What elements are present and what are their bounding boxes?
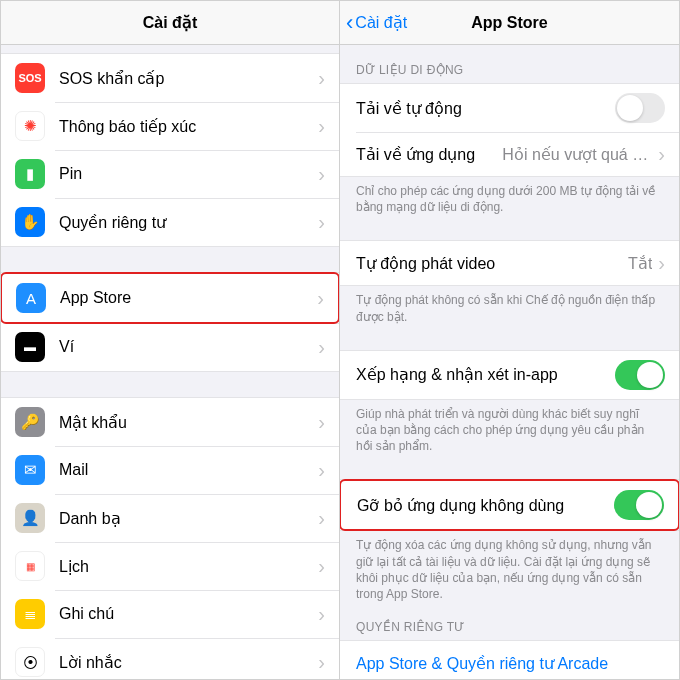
label: Pin bbox=[59, 165, 318, 183]
row-sos[interactable]: SOSSOS khẩn cấp› bbox=[1, 54, 339, 102]
rem-icon: ⦿ bbox=[15, 647, 45, 677]
label: Ghi chú bbox=[59, 605, 318, 623]
row-video-autoplay[interactable]: Tự động phát video Tắt › bbox=[340, 241, 679, 285]
toggle-inapp[interactable] bbox=[615, 360, 665, 390]
label: SOS khẩn cấp bbox=[59, 69, 318, 88]
label: Thông báo tiếp xúc bbox=[59, 117, 318, 136]
cal-icon: ▦ bbox=[15, 551, 45, 581]
chevron-right-icon: › bbox=[318, 163, 325, 186]
row-wallet[interactable]: ▬Ví› bbox=[1, 323, 339, 371]
mail-icon: ✉ bbox=[15, 455, 45, 485]
row-calendar[interactable]: ▦Lịch› bbox=[1, 542, 339, 590]
chevron-right-icon: › bbox=[317, 287, 324, 310]
row-reminders[interactable]: ⦿Lời nhắc› bbox=[1, 638, 339, 679]
exp-icon: ✺ bbox=[15, 111, 45, 141]
section-header-privacy: QUYỀN RIÊNG TƯ bbox=[340, 602, 679, 640]
row-battery[interactable]: ▮Pin› bbox=[1, 150, 339, 198]
as-icon: A bbox=[16, 283, 46, 313]
footer-offload: Tự động xóa các ứng dụng không sử dụng, … bbox=[340, 531, 679, 602]
chevron-right-icon: › bbox=[318, 211, 325, 234]
row-app-store[interactable]: AApp Store› bbox=[1, 272, 339, 324]
label: Xếp hạng & nhận xét in-app bbox=[356, 365, 615, 384]
chevron-left-icon: ‹ bbox=[346, 12, 353, 34]
row-inapp-ratings[interactable]: Xếp hạng & nhận xét in-app bbox=[340, 351, 679, 399]
label: Tải về tự động bbox=[356, 99, 615, 118]
priv-icon: ✋ bbox=[15, 207, 45, 237]
label: Lời nhắc bbox=[59, 653, 318, 672]
chevron-right-icon: › bbox=[318, 507, 325, 530]
page-title: Cài đặt bbox=[143, 13, 197, 32]
notes-icon: ≣ bbox=[15, 599, 45, 629]
label: Mật khẩu bbox=[59, 413, 318, 432]
section-header-cellular: DỮ LIỆU DI ĐỘNG bbox=[340, 45, 679, 83]
pin-icon: ▮ bbox=[15, 159, 45, 189]
value: Hỏi nếu vượt quá 200... bbox=[502, 145, 652, 164]
row-exposure[interactable]: ✺Thông báo tiếp xúc› bbox=[1, 102, 339, 150]
toggle-auto-download[interactable] bbox=[615, 93, 665, 123]
chevron-right-icon: › bbox=[318, 555, 325, 578]
label: Gỡ bỏ ứng dụng không dùng bbox=[357, 496, 614, 515]
label: Tải về ứng dụng bbox=[356, 145, 502, 164]
sos-icon: SOS bbox=[15, 63, 45, 93]
chevron-right-icon: › bbox=[318, 67, 325, 90]
app-store-settings: DỮ LIỆU DI ĐỘNG Tải về tự động Tải về ứn… bbox=[340, 45, 679, 679]
row-auto-download[interactable]: Tải về tự động bbox=[340, 84, 679, 132]
label: Danh bạ bbox=[59, 509, 318, 528]
chevron-right-icon: › bbox=[318, 603, 325, 626]
chevron-right-icon: › bbox=[318, 411, 325, 434]
label: App Store bbox=[60, 289, 317, 307]
toggle-offload[interactable] bbox=[614, 490, 664, 520]
app-store-pane: ‹ Cài đặt App Store DỮ LIỆU DI ĐỘNG Tải … bbox=[340, 0, 680, 680]
row-passwords[interactable]: 🔑Mật khẩu› bbox=[1, 398, 339, 446]
settings-list: SOSSOS khẩn cấp›✺Thông báo tiếp xúc›▮Pin… bbox=[1, 45, 339, 679]
label: Ví bbox=[59, 338, 318, 356]
row-app-downloads[interactable]: Tải về ứng dụng Hỏi nếu vượt quá 200... … bbox=[340, 132, 679, 176]
footer-cellular: Chỉ cho phép các ứng dụng dưới 200 MB tự… bbox=[340, 177, 679, 215]
chevron-right-icon: › bbox=[318, 459, 325, 482]
row-mail[interactable]: ✉Mail› bbox=[1, 446, 339, 494]
page-title: App Store bbox=[471, 14, 547, 32]
row-privacy-arcade[interactable]: App Store & Quyền riêng tư Arcade bbox=[340, 641, 679, 679]
chevron-right-icon: › bbox=[318, 651, 325, 674]
chevron-right-icon: › bbox=[318, 336, 325, 359]
label: Tự động phát video bbox=[356, 254, 628, 273]
back-label: Cài đặt bbox=[355, 13, 407, 32]
link-label: App Store & Quyền riêng tư Arcade bbox=[356, 654, 665, 673]
footer-inapp: Giúp nhà phát triển và người dùng khác b… bbox=[340, 400, 679, 455]
cont-icon: 👤 bbox=[15, 503, 45, 533]
label: Mail bbox=[59, 461, 318, 479]
label: Quyền riêng tư bbox=[59, 213, 318, 232]
navbar-right: ‹ Cài đặt App Store bbox=[340, 1, 679, 45]
navbar-left: Cài đặt bbox=[1, 1, 339, 45]
wallet-icon: ▬ bbox=[15, 332, 45, 362]
back-button[interactable]: ‹ Cài đặt bbox=[346, 12, 407, 34]
row-contacts[interactable]: 👤Danh bạ› bbox=[1, 494, 339, 542]
value: Tắt bbox=[628, 254, 652, 273]
chevron-right-icon: › bbox=[658, 252, 665, 275]
settings-pane: Cài đặt SOSSOS khẩn cấp›✺Thông báo tiếp … bbox=[0, 0, 340, 680]
row-offload-unused[interactable]: Gỡ bỏ ứng dụng không dùng bbox=[340, 479, 679, 531]
label: Lịch bbox=[59, 557, 318, 576]
pass-icon: 🔑 bbox=[15, 407, 45, 437]
row-notes[interactable]: ≣Ghi chú› bbox=[1, 590, 339, 638]
footer-video: Tự động phát không có sẵn khi Chế độ ngu… bbox=[340, 286, 679, 324]
chevron-right-icon: › bbox=[318, 115, 325, 138]
row-privacy[interactable]: ✋Quyền riêng tư› bbox=[1, 198, 339, 246]
chevron-right-icon: › bbox=[658, 143, 665, 166]
